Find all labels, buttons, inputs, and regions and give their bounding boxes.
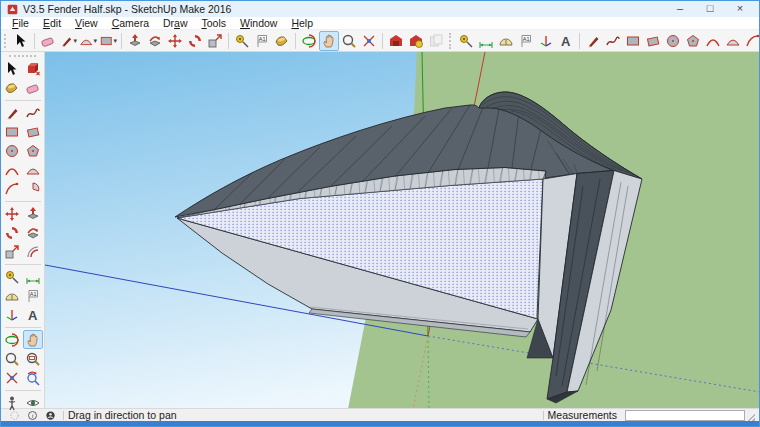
make-component-button[interactable]: [23, 59, 43, 78]
protractor-button[interactable]: [496, 31, 516, 51]
claim-credit-button[interactable]: [43, 409, 57, 422]
rectangle-button[interactable]: ▾: [98, 31, 118, 51]
polygon-button[interactable]: [683, 31, 703, 51]
3d-text-button[interactable]: [556, 31, 576, 51]
select-button[interactable]: [2, 59, 22, 78]
three-point-arc-button[interactable]: [743, 31, 759, 51]
line-dropdown[interactable]: ▾: [73, 37, 77, 45]
follow-me-button[interactable]: [23, 223, 43, 242]
follow-me-button[interactable]: [145, 31, 165, 51]
rotate-button[interactable]: [2, 223, 22, 242]
axes-button[interactable]: [2, 305, 22, 324]
dimension-button[interactable]: [23, 267, 43, 286]
menu-draw[interactable]: Draw: [156, 17, 195, 30]
paint-bucket-button[interactable]: [2, 78, 22, 97]
menu-edit[interactable]: Edit: [36, 17, 68, 30]
rectangle-dropdown[interactable]: ▾: [113, 37, 117, 45]
menu-view[interactable]: View: [68, 17, 105, 30]
3d-text-button[interactable]: [23, 305, 43, 324]
arc-button[interactable]: [2, 160, 22, 179]
toolbar-separator: [382, 33, 383, 49]
toolbar-separator: [5, 98, 41, 101]
tape-measure-button[interactable]: [232, 31, 252, 51]
3d-warehouse-button[interactable]: [386, 31, 406, 51]
arc-dropdown[interactable]: ▾: [93, 37, 97, 45]
paint-bucket-button[interactable]: [272, 31, 292, 51]
toolbar-separator: [228, 33, 229, 49]
viewport-container[interactable]: [45, 52, 759, 408]
text-button[interactable]: [252, 31, 272, 51]
top-toolbar: ▾▾▾: [1, 30, 759, 52]
select-button[interactable]: [11, 31, 31, 51]
orbit-button[interactable]: [2, 330, 22, 349]
resize-grip[interactable]: [748, 410, 755, 421]
orbit-button[interactable]: [299, 31, 319, 51]
menu-help[interactable]: Help: [284, 17, 320, 30]
menu-camera[interactable]: Camera: [105, 17, 156, 30]
freehand-button[interactable]: [23, 103, 43, 122]
toolbar-grip[interactable]: [4, 34, 8, 48]
window-title: V3.5 Fender Half.skp - SketchUp Make 201…: [23, 3, 231, 15]
text-2-button[interactable]: [516, 31, 536, 51]
push-pull-button[interactable]: [23, 204, 43, 223]
tape-measure-button[interactable]: [2, 267, 22, 286]
menu-tools[interactable]: Tools: [195, 17, 234, 30]
viewport-3d[interactable]: [45, 52, 759, 408]
measurements-label: Measurements: [548, 409, 617, 421]
share-model-button[interactable]: [426, 31, 446, 51]
status-separator: [63, 411, 64, 420]
previous-view-button[interactable]: [23, 368, 43, 387]
scale-button[interactable]: [2, 242, 22, 261]
move-button[interactable]: [165, 31, 185, 51]
pie-button[interactable]: [23, 179, 43, 198]
zoom-button[interactable]: [339, 31, 359, 51]
close-button[interactable]: ×: [725, 1, 755, 17]
toolbar-grip[interactable]: [9, 55, 36, 58]
zoom-extents-button[interactable]: [359, 31, 379, 51]
toolbar-separator: [34, 33, 35, 49]
rotate-button[interactable]: [185, 31, 205, 51]
push-pull-button[interactable]: [125, 31, 145, 51]
status-hint: Drag in direction to pan: [68, 409, 177, 421]
line-button[interactable]: ▾: [58, 31, 78, 51]
two-point-arc-button[interactable]: [723, 31, 743, 51]
three-point-arc-button[interactable]: [2, 179, 22, 198]
position-camera-button[interactable]: [2, 393, 22, 412]
menu-window[interactable]: Window: [233, 17, 284, 30]
protractor-button[interactable]: [2, 286, 22, 305]
rectangle-2-button[interactable]: [623, 31, 643, 51]
line-button[interactable]: [2, 103, 22, 122]
tape-measure-2-button[interactable]: [456, 31, 476, 51]
rotated-rectangle-button[interactable]: [23, 122, 43, 141]
menu-file[interactable]: File: [5, 17, 36, 30]
two-point-arc-button[interactable]: [23, 160, 43, 179]
move-button[interactable]: [2, 204, 22, 223]
eraser-button[interactable]: [23, 78, 43, 97]
maximize-button[interactable]: □: [695, 1, 725, 17]
measurements-input[interactable]: [625, 410, 745, 421]
circle-button[interactable]: [663, 31, 683, 51]
title-bar: V3.5 Fender Half.skp - SketchUp Make 201…: [1, 1, 759, 17]
pan-button[interactable]: [319, 31, 339, 51]
dimension-button[interactable]: [476, 31, 496, 51]
rectangle-button[interactable]: [2, 122, 22, 141]
zoom-window-button[interactable]: [23, 349, 43, 368]
polygon-button[interactable]: [23, 141, 43, 160]
line-2-button[interactable]: [583, 31, 603, 51]
zoom-button[interactable]: [2, 349, 22, 368]
arc-button[interactable]: ▾: [78, 31, 98, 51]
minimize-button[interactable]: –: [665, 1, 695, 17]
extension-warehouse-button[interactable]: [406, 31, 426, 51]
zoom-extents-button[interactable]: [2, 368, 22, 387]
axes-button[interactable]: [536, 31, 556, 51]
scale-button[interactable]: [205, 31, 225, 51]
freehand-button[interactable]: [603, 31, 623, 51]
look-around-button[interactable]: [23, 393, 43, 412]
rotated-rectangle-button[interactable]: [643, 31, 663, 51]
arc-2-button[interactable]: [703, 31, 723, 51]
pan-button[interactable]: [23, 330, 43, 349]
circle-button[interactable]: [2, 141, 22, 160]
offset-button[interactable]: [23, 242, 43, 261]
text-button[interactable]: [23, 286, 43, 305]
eraser-button[interactable]: [38, 31, 58, 51]
